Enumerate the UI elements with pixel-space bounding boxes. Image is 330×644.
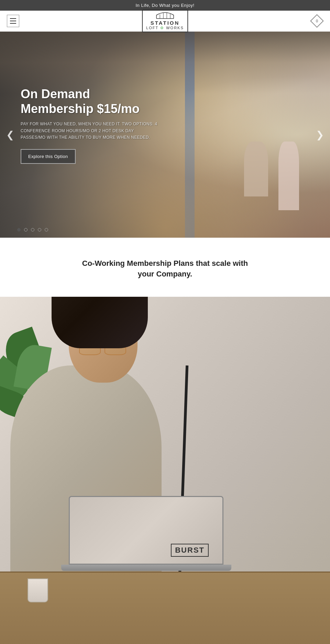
laptop	[69, 496, 223, 606]
hero-title: On Demand Membership $15/mo	[21, 87, 158, 116]
laptop-base	[61, 565, 231, 571]
person-silhouette-1	[244, 142, 268, 196]
large-image-section	[0, 297, 330, 644]
logo-arch-icon	[146, 12, 184, 19]
logo-loft-text: LOFT ⚙ WORKS	[146, 26, 184, 30]
person-hair	[52, 297, 148, 348]
hero-slider: On Demand Membership $15/mo PAY FOR WHAT…	[0, 32, 330, 238]
logo-box: STATION LOFT ⚙ WORKS	[142, 10, 188, 32]
announcement-text: In Life, Do What you Enjoy!	[135, 3, 194, 8]
hamburger-line	[10, 18, 16, 19]
explore-option-button[interactable]: Explore this Option	[21, 149, 76, 164]
slider-dot-2[interactable]	[24, 228, 28, 231]
slider-dot-4[interactable]	[38, 228, 41, 231]
hero-description: PAY FOR WHAT YOU NEED, WHEN YOU NEED IT.…	[21, 121, 158, 141]
hamburger-line	[10, 21, 16, 21]
cart-diamond-icon: 0	[310, 14, 324, 28]
site-logo[interactable]: STATION LOFT ⚙ WORKS	[142, 10, 188, 32]
logo-station-text: STATION	[146, 20, 184, 26]
slider-dots	[17, 228, 48, 231]
slider-dot-5[interactable]	[45, 228, 48, 231]
cart-count: 0	[316, 19, 318, 23]
site-header: STATION LOFT ⚙ WORKS 0	[0, 11, 330, 32]
person-silhouette-2	[278, 142, 299, 210]
top-announcement-bar: In Life, Do What you Enjoy!	[0, 0, 330, 11]
hamburger-menu-button[interactable]	[7, 15, 19, 27]
slider-prev-button[interactable]: ❮	[3, 126, 18, 144]
logo-green-dot: ⚙	[160, 26, 164, 30]
coffee-cup	[28, 578, 48, 602]
plans-section: Co-Working Membership Plans that scale w…	[0, 238, 330, 297]
cart-button[interactable]: 0	[311, 15, 323, 27]
hamburger-line	[10, 23, 16, 24]
plans-section-title: Co-Working Membership Plans that scale w…	[79, 258, 251, 280]
hero-content: On Demand Membership $15/mo PAY FOR WHAT…	[0, 32, 179, 178]
slider-dot-3[interactable]	[31, 228, 34, 231]
slider-dot-1[interactable]	[17, 228, 21, 231]
slider-next-button[interactable]: ❯	[312, 126, 327, 144]
laptop-screen	[69, 496, 223, 565]
